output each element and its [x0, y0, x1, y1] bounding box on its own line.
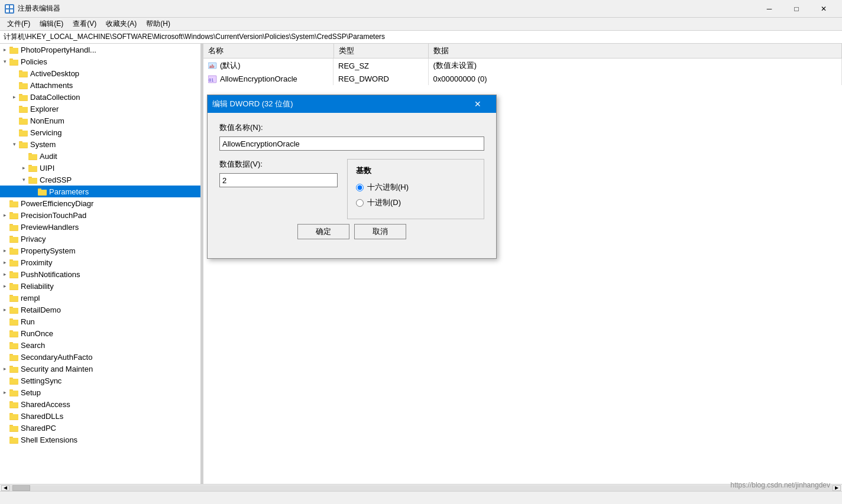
- hex-radio-row[interactable]: 十六进制(H): [356, 182, 475, 193]
- dec-label: 十进制(D): [367, 197, 401, 208]
- dialog-close-button[interactable]: ✕: [464, 95, 491, 113]
- name-label: 数值名称(N):: [219, 122, 484, 133]
- base-title: 基数: [356, 165, 475, 176]
- dialog-title-bar: 编辑 DWORD (32 位值) ✕: [208, 95, 496, 113]
- ok-button[interactable]: 确定: [297, 224, 349, 239]
- dec-radio[interactable]: [356, 199, 364, 207]
- dialog-title: 编辑 DWORD (32 位值): [212, 99, 464, 109]
- name-input[interactable]: [219, 136, 484, 151]
- cancel-button[interactable]: 取消: [354, 224, 406, 239]
- dialog-footer: 确定 取消: [219, 219, 484, 249]
- dec-radio-row[interactable]: 十进制(D): [356, 197, 475, 208]
- value-label: 数值数据(V):: [219, 159, 338, 170]
- edit-dword-dialog: 编辑 DWORD (32 位值) ✕ 数值名称(N): 数值数据(V): 基数 …: [207, 95, 497, 259]
- dialog-overlay: 编辑 DWORD (32 位值) ✕ 数值名称(N): 数值数据(V): 基数 …: [0, 0, 842, 504]
- hex-radio[interactable]: [356, 184, 364, 191]
- hex-label: 十六进制(H): [367, 182, 409, 193]
- base-section: 基数 十六进制(H) 十进制(D): [347, 159, 484, 219]
- value-input[interactable]: [219, 173, 338, 187]
- dialog-body: 数值名称(N): 数值数据(V): 基数 十六进制(H) 十进制(D): [208, 113, 496, 258]
